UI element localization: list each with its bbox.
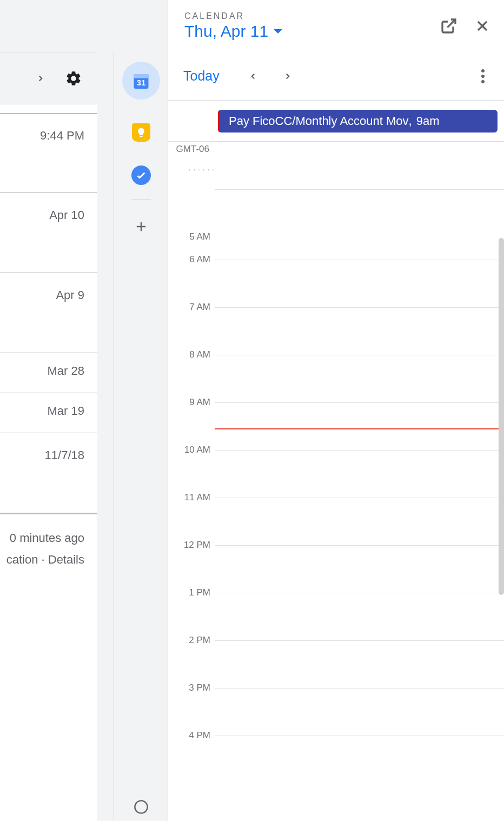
time-grid[interactable]: . . . . . . 5 AM 6 AM 7 AM 8 AM 9 AM 10 … — [168, 142, 504, 783]
left-column: 9:44 PM Apr 10 Apr 9 Mar 28 Mar 19 11/7/… — [0, 52, 97, 821]
time-label: 5 AM — [173, 231, 210, 242]
footer-line: 0 minutes ago — [0, 527, 84, 549]
rail-bottom-icon[interactable] — [134, 799, 149, 817]
scrollbar[interactable] — [499, 238, 504, 595]
list-item[interactable]: Mar 28 — [0, 353, 97, 393]
time-label: 1 PM — [173, 587, 210, 598]
calendar-date-picker[interactable]: Thu, Apr 11 — [184, 22, 440, 41]
time-label: 12 PM — [173, 540, 210, 551]
all-day-row: Pay FicoCC/Monthly Account Mov, 9am — [168, 101, 504, 142]
list-item[interactable]: Apr 10 — [0, 193, 97, 273]
event-time: 9am — [416, 114, 440, 128]
svg-point-3 — [135, 800, 147, 813]
keep-rail-icon[interactable] — [132, 123, 150, 142]
calendar-label: CALENDAR — [184, 11, 440, 21]
close-icon[interactable] — [474, 17, 491, 35]
calendar-date-text: Thu, Apr 11 — [184, 22, 268, 41]
tasks-rail-icon[interactable] — [131, 165, 151, 185]
calendar-header: CALENDAR Thu, Apr 11 — [168, 0, 504, 52]
truncated-time-label: . . . . . . — [189, 164, 215, 172]
time-label: 11 AM — [173, 492, 210, 503]
time-label: 2 PM — [173, 635, 210, 646]
footer-line[interactable]: cation · Details — [0, 549, 84, 571]
dropdown-icon — [274, 29, 282, 34]
calendar-toolbar: Today — [168, 52, 504, 101]
rail-divider — [131, 199, 151, 200]
time-label: 9 AM — [173, 397, 210, 408]
left-footer: 0 minutes ago cation · Details — [0, 513, 97, 570]
list-item[interactable]: 11/7/18 — [0, 433, 97, 513]
popout-icon[interactable] — [440, 17, 457, 35]
today-button[interactable]: Today — [183, 68, 220, 84]
svg-text:31: 31 — [136, 78, 145, 87]
list-item[interactable]: Mar 19 — [0, 393, 97, 433]
time-label: 4 PM — [173, 730, 210, 741]
event-chip[interactable]: Pay FicoCC/Monthly Account Mov, 9am — [218, 110, 498, 133]
chevron-right-icon[interactable] — [36, 70, 45, 87]
current-time-line — [215, 428, 504, 429]
more-menu-icon[interactable] — [477, 65, 489, 88]
side-rail: 31 — [114, 52, 168, 821]
calendar-panel: CALENDAR Thu, Apr 11 Today Pay FicoCC/Mo… — [168, 0, 504, 821]
gear-icon[interactable] — [65, 70, 82, 87]
left-header — [0, 52, 97, 104]
time-label: 10 AM — [173, 445, 210, 455]
list-item[interactable]: 9:44 PM — [0, 113, 97, 193]
time-label: 3 PM — [173, 683, 210, 693]
time-label: 7 AM — [173, 302, 210, 313]
add-rail-icon[interactable] — [130, 216, 152, 237]
time-label: 6 AM — [173, 254, 210, 265]
next-day-button[interactable] — [277, 65, 299, 87]
event-title: Pay FicoCC/Monthly Account Mov — [229, 114, 409, 128]
svg-line-4 — [447, 19, 455, 28]
calendar-rail-icon[interactable]: 31 — [122, 62, 160, 100]
time-label: 8 AM — [173, 349, 210, 360]
list-item[interactable]: Apr 9 — [0, 273, 97, 353]
left-list: 9:44 PM Apr 10 Apr 9 Mar 28 Mar 19 11/7/… — [0, 113, 97, 513]
prev-day-button[interactable] — [242, 65, 264, 87]
